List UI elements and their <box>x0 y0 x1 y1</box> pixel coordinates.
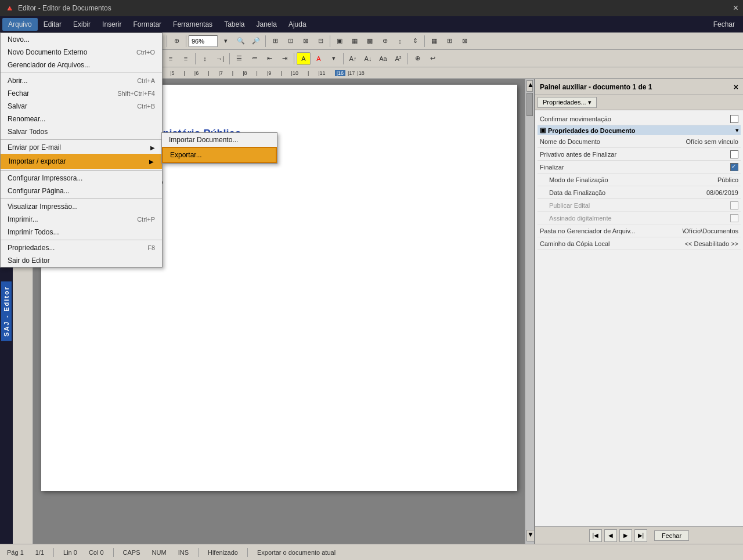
scroll-up-btn[interactable]: ▲ <box>526 80 533 92</box>
panel-close-btn[interactable]: × <box>734 82 738 92</box>
nav-last[interactable]: ▶| <box>634 529 647 542</box>
tb-ex9[interactable]: ▦ <box>427 35 441 48</box>
menu-item-arquivo[interactable]: Arquivo <box>2 18 38 31</box>
status-col: Col 0 <box>86 549 106 556</box>
menu-sair[interactable]: Sair do Editor <box>1 254 162 267</box>
tb-ex11[interactable]: ⊠ <box>457 35 471 48</box>
tb2-extra2[interactable]: ↩ <box>425 52 439 65</box>
menu-abrir[interactable]: Abrir... Ctrl+A <box>1 74 162 87</box>
grid-view2[interactable]: ⊡ <box>283 35 297 48</box>
statusbar: Pág 1 1/1 Lin 0 Col 0 CAPS NUM INS Hifen… <box>0 544 743 560</box>
outdent[interactable]: ⇤ <box>262 52 276 65</box>
menu-renomear[interactable]: Renomear... <box>1 113 162 125</box>
t2sep3 <box>195 53 196 64</box>
titlebar-text: Editor - Editor de Documentos <box>18 4 111 12</box>
menu-item-exibir[interactable]: Exibir <box>67 18 96 31</box>
t2sep5 <box>294 53 294 64</box>
menu-novo-externo[interactable]: Novo Documento Externo Ctrl+O <box>1 46 162 59</box>
menu-item-janela[interactable]: Janela <box>251 18 283 31</box>
tb-extra1[interactable]: ⊠ <box>298 35 312 48</box>
status-sep4 <box>247 548 248 557</box>
menu-salvar[interactable]: Salvar Ctrl+B <box>1 100 162 113</box>
panel-title: Painel auxiliar - documento 1 de 1 <box>540 83 652 91</box>
menu-item-inserir[interactable]: Inserir <box>96 18 127 31</box>
menu-configurar-pagina[interactable]: Configurar Página... <box>1 185 162 197</box>
menu-imprimir-todos[interactable]: Imprimir Todos... <box>1 226 162 239</box>
tb-ex5[interactable]: ▩ <box>363 35 377 48</box>
nav-prev[interactable]: ◀ <box>604 529 617 542</box>
align-justify[interactable]: ≡ <box>179 52 193 65</box>
tb-ex6[interactable]: ⊕ <box>378 35 392 48</box>
status-sep3 <box>198 548 199 557</box>
indent-more[interactable]: →| <box>213 52 227 65</box>
panel-footer: |◀ ◀ ▶ ▶| Fechar <box>535 526 743 544</box>
menu-visualizar-impressao[interactable]: Visualizar Impressão... <box>1 200 162 213</box>
nav-first[interactable]: |◀ <box>589 529 602 542</box>
zoom-input[interactable] <box>189 35 218 47</box>
confirmar-movimentacao-checkbox[interactable] <box>730 115 738 123</box>
indent[interactable]: ⇥ <box>277 52 291 65</box>
prop-value-pasta: \Ofício\Documentos <box>682 227 738 234</box>
menu-gerenciador[interactable]: Gerenciador de Arquivos... <box>1 59 162 71</box>
tb-ex8[interactable]: ⇕ <box>408 35 422 48</box>
tb2-extra1[interactable]: ⊕ <box>410 52 424 65</box>
align-right[interactable]: ≡ <box>164 52 178 65</box>
font-size-small[interactable]: A↓ <box>361 52 375 65</box>
menu-enviar-email[interactable]: Enviar por E-mail ▶ <box>1 141 162 154</box>
menu-importar-exportar[interactable]: Importar / exportar ▶ <box>1 154 162 169</box>
section-toggle[interactable]: ▣ <box>540 127 546 134</box>
fechar-button[interactable]: Fechar <box>708 18 741 31</box>
menu-item-editar[interactable]: Editar <box>38 18 67 31</box>
menu-item-ajuda[interactable]: Ajuda <box>283 18 312 31</box>
line-spacing[interactable]: ↕ <box>198 52 212 65</box>
font-color-btn[interactable]: A <box>312 52 326 65</box>
tb-ex3[interactable]: ▣ <box>333 35 347 48</box>
tb-ex4[interactable]: ▦ <box>348 35 362 48</box>
font-normal[interactable]: Aa <box>376 52 390 65</box>
menubar: Arquivo Editar Exibir Inserir Formatar F… <box>0 16 743 32</box>
menu-propriedades[interactable]: Propriedades... F8 <box>1 241 162 254</box>
zoom-out[interactable]: 🔍 <box>234 35 248 48</box>
prop-checkbox-privativo[interactable] <box>730 150 738 158</box>
menu-fechar[interactable]: Fechar Shift+Ctrl+F4 <box>1 87 162 100</box>
panel-fechar-btn[interactable]: Fechar <box>654 530 689 541</box>
scroll-down-btn[interactable]: ▼ <box>526 530 534 541</box>
menu-item-ferramentas[interactable]: Ferramentas <box>167 18 218 31</box>
menu-configurar-impressora[interactable]: Configurar Impressora... <box>1 172 162 185</box>
tb-extra2[interactable]: ⊟ <box>313 35 327 48</box>
t2sep7 <box>407 53 408 64</box>
numbering[interactable]: ≔ <box>247 52 261 65</box>
submenu-exportar[interactable]: Exportar... <box>162 147 277 163</box>
sep6 <box>265 35 266 47</box>
font-size-large[interactable]: A↑ <box>346 52 360 65</box>
status-msg: Exportar o documento atual <box>255 549 338 556</box>
tb-ex7[interactable]: ↕ <box>393 35 407 48</box>
zoom-dropdown[interactable]: ▾ <box>219 35 233 48</box>
prop-checkbox-finalizar[interactable] <box>730 163 738 171</box>
menu-sep-5 <box>1 240 162 240</box>
titlebar-close[interactable]: × <box>733 3 738 13</box>
nav-next[interactable]: ▶ <box>619 529 632 542</box>
highlight-btn[interactable]: A <box>297 52 311 65</box>
menu-salvar-todos[interactable]: Salvar Todos <box>1 125 162 138</box>
superscript[interactable]: A² <box>391 52 405 65</box>
status-ins: INS <box>176 549 191 556</box>
tb-ex10[interactable]: ⊞ <box>442 35 456 48</box>
menu-imprimir[interactable]: Imprimir... Ctrl+P <box>1 213 162 226</box>
scroll-thumb[interactable] <box>526 93 533 116</box>
grid-view[interactable]: ⊞ <box>268 35 282 48</box>
menu-item-tabela[interactable]: Tabela <box>218 18 250 31</box>
prop-checkbox-publicar <box>730 201 738 209</box>
menu-item-formatar[interactable]: Formatar <box>127 18 167 31</box>
prop-row-caminho: Caminho da Cópia Local << Desabilitado >… <box>538 237 741 250</box>
doc-scrollbar[interactable]: ▲ ▼ <box>525 79 534 544</box>
properties-tab[interactable]: Propriedades... ▾ <box>538 97 597 108</box>
tb-icon4[interactable]: ⊕ <box>169 35 183 48</box>
zoom-in[interactable]: 🔎 <box>249 35 263 48</box>
bullets[interactable]: ☰ <box>232 52 246 65</box>
font-color-arrow[interactable]: ▾ <box>327 52 341 65</box>
status-num: NUM <box>150 549 169 556</box>
section-expand[interactable]: ▾ <box>735 127 738 133</box>
menu-novo[interactable]: Novo... <box>1 33 162 46</box>
submenu-importar[interactable]: Importar Documento... <box>162 133 277 147</box>
